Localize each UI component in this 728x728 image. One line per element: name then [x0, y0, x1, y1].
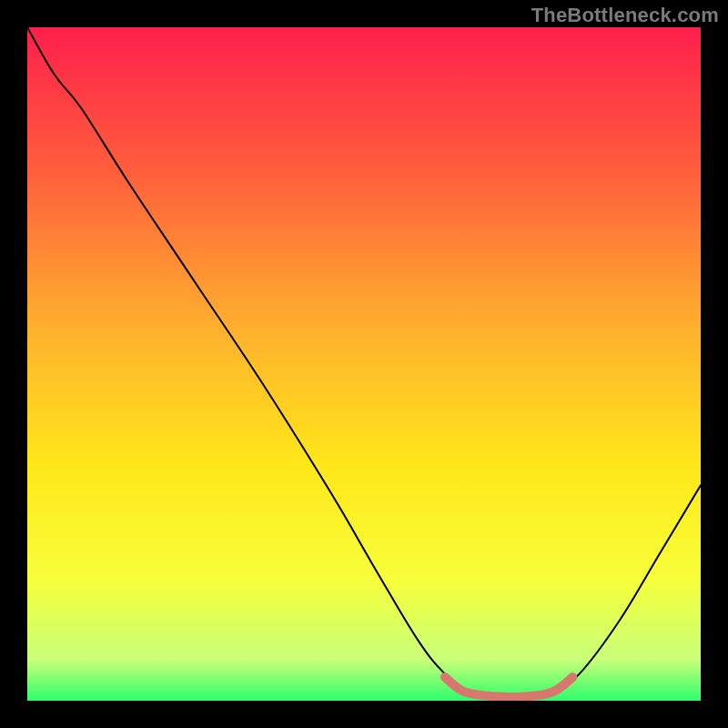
chart-frame: TheBottleneck.com [0, 0, 728, 728]
chart-plot [27, 27, 701, 701]
chart-svg [27, 27, 701, 701]
watermark-text: TheBottleneck.com [531, 4, 719, 27]
chart-background [27, 27, 701, 701]
